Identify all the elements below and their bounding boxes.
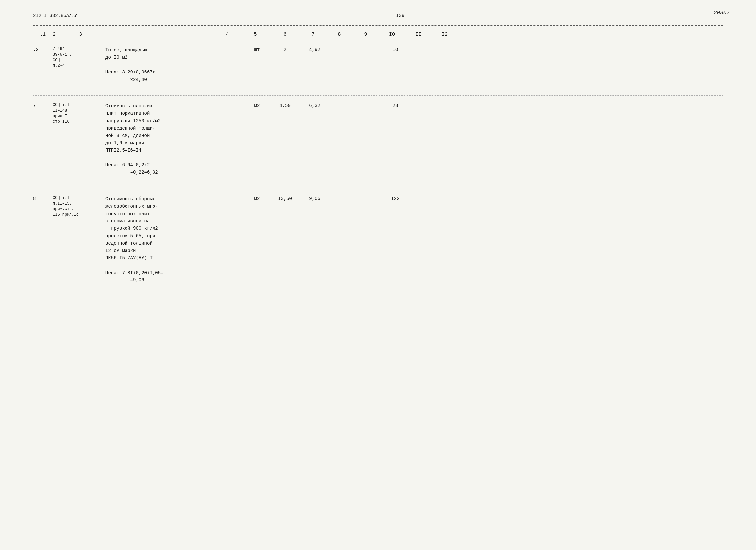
col-header-2: 2 (53, 32, 76, 37)
table-body: .2 7-46439-6-1,8ССЦп.2-4 То же, площадью… (33, 44, 723, 286)
col-header-3: 3 (76, 32, 214, 37)
row-col9-2: 28 (382, 102, 408, 108)
row-col6-1: 4,92 (300, 46, 329, 52)
row-num-3: 8 (33, 195, 53, 201)
col-header-6: 6 (270, 32, 300, 37)
row-col9-3: I22 (382, 195, 408, 201)
row-col12-2: – (461, 102, 488, 108)
doc-header: 2I2–I–332.85Ал.У – I39 – (26, 13, 730, 18)
table-row-2: 7 ССЦ т.III–I48прил.Iстр.II6 Стоимость п… (33, 100, 723, 178)
row-col11-3: – (435, 195, 461, 201)
row-unit-1: шт (244, 46, 270, 52)
col-header-12: I2 (432, 32, 458, 37)
row-col7-3: – (329, 195, 356, 201)
table-row-3: 8 ССЦ т.Iп.II–I58прим.стр.II5 прил.Ic Ст… (33, 193, 723, 286)
row-col7-1: – (329, 46, 356, 52)
row-col10-1: – (408, 46, 435, 52)
col-header-8: 8 (326, 32, 352, 37)
row-desc-1: То же, площадьюдо IO м2 Цена: 3,29+0,066… (105, 46, 244, 83)
price-formula-3: Цена: 7,8I+0,20+I,05= =9,06 (105, 270, 163, 283)
row-col8-1: – (356, 46, 382, 52)
col-header-11: II (405, 32, 432, 37)
col-header-9: 9 (352, 32, 379, 37)
row-desc-3: Стсоимость сборных железобетонных мно- г… (105, 195, 244, 284)
col-divider (33, 41, 723, 41)
table-row: .2 7-46439-6-1,8ССЦп.2-4 То же, площадью… (33, 44, 723, 85)
doc-id-left: 2I2–I–332.85Ал.У (33, 13, 77, 18)
row-col6-2: 6,32 (300, 102, 329, 108)
row-unit-2: м2 (244, 102, 270, 108)
row-col6-3: 9,06 (300, 195, 329, 201)
row-col5-2: 4,50 (270, 102, 300, 108)
row-ref-1: 7-46439-6-1,8ССЦп.2-4 (53, 46, 105, 69)
row-col8-3: – (356, 195, 382, 201)
row-col11-1: – (435, 46, 461, 52)
row-separator-2 (33, 188, 723, 188)
row-ref-3: ССЦ т.Iп.II–I58прим.стр.II5 прил.Ic (53, 195, 105, 217)
column-headers-row: .1 2 3 4 5 6 7 8 9 IO II I2 (26, 29, 730, 40)
row-col11-2: – (435, 102, 461, 108)
price-formula-1: Цена: 3,29+0,0667х х24,40 (105, 69, 155, 82)
row-col9-1: IO (382, 46, 408, 52)
row-col12-3: – (461, 195, 488, 201)
page-number: 20807 (714, 10, 730, 16)
row-col10-2: – (408, 102, 435, 108)
row-col5-1: 2 (270, 46, 300, 52)
col-header-10: IO (379, 32, 405, 37)
col-header-1: .1 (33, 32, 53, 37)
row-col5-3: I3,50 (270, 195, 300, 201)
row-unit-3: м2 (244, 195, 270, 201)
row-col10-3: – (408, 195, 435, 201)
row-desc-2: Стоимость плоских плит нормативной нагру… (105, 102, 244, 176)
row-num-2: 7 (33, 102, 53, 108)
row-num: .2 (33, 46, 53, 52)
row-col12-1: – (461, 46, 488, 52)
row-separator-1 (33, 95, 723, 96)
row-col8-2: – (356, 102, 382, 108)
col-header-5: 5 (240, 32, 270, 37)
col-header-4: 4 (214, 32, 240, 37)
col-header-7: 7 (300, 32, 326, 37)
doc-id-center: – I39 – (390, 13, 410, 18)
price-formula-2: Цена: 6,94–0,2х2– –0,22=6,32 (105, 162, 158, 175)
row-ref-2: ССЦ т.III–I48прил.Iстр.II6 (53, 102, 105, 124)
row-col7-2: – (329, 102, 356, 108)
header-divider (33, 25, 723, 26)
